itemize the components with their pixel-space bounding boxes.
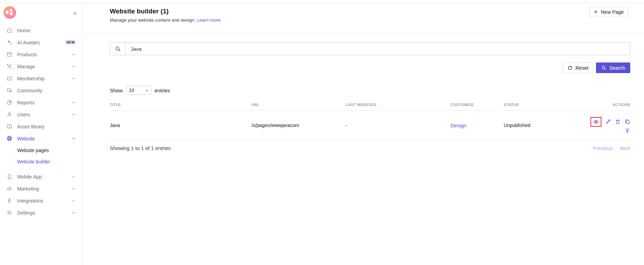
main-content: Website builder (1) Manage your website … — [83, 3, 644, 151]
globe-icon — [6, 135, 13, 142]
sidebar-item-label: Website — [17, 136, 35, 141]
cell-last-modified: - — [346, 123, 450, 128]
cell-url: /s/pages/wwwjavacom — [251, 123, 346, 128]
sidebar-item-users[interactable]: Users — [0, 108, 82, 120]
page-size-select[interactable]: 10 — [126, 86, 152, 95]
page-title: Website builder (1) — [110, 8, 629, 15]
page-header: Website builder (1) Manage your website … — [83, 3, 644, 33]
nav-spacer — [0, 167, 82, 171]
sidebar-item-website[interactable]: Website — [0, 132, 82, 145]
publish-button[interactable] — [624, 128, 630, 134]
chevron-down-icon — [72, 187, 75, 191]
pie-chart-icon — [6, 99, 13, 106]
page-subtitle: Manage your website content and design. … — [110, 18, 629, 23]
bolt-icon — [6, 197, 13, 204]
chevron-down-icon — [72, 53, 75, 56]
sidebar-item-reports[interactable]: Reports — [0, 96, 82, 108]
search-icon — [110, 43, 126, 55]
subtitle-text: Manage your website content and design. — [110, 18, 196, 23]
content-body: Reset Search Show 10 entries — [83, 42, 644, 151]
cell-status: Unpublished — [504, 123, 572, 128]
search-bar — [110, 42, 630, 55]
sidebar-nav: Home AI Avatars NEW Products Manage — [0, 24, 82, 219]
entries-summary: Showing 1 to 1 of 1 entries — [110, 145, 171, 151]
delete-button[interactable] — [615, 119, 621, 125]
ticket-icon — [6, 75, 13, 82]
sidebar-item-asset-library[interactable]: Asset library — [0, 120, 82, 132]
book-icon — [6, 123, 13, 130]
chevron-down-icon — [72, 211, 75, 215]
sidebar-item-ai-avatars[interactable]: AI Avatars NEW — [0, 36, 82, 48]
trash-icon — [615, 119, 621, 125]
table-row: Java /s/pages/wwwjavacom - Design Unpubl… — [110, 111, 630, 140]
website-submenu: Website pages Website builder — [0, 145, 82, 167]
sidebar-item-label: Integrations — [17, 198, 43, 204]
sidebar-collapse-icon[interactable]: « — [73, 9, 77, 16]
publish-icon — [624, 128, 630, 134]
new-page-label: New Page — [601, 9, 624, 15]
logo-circle-shape — [5, 11, 9, 14]
new-page-button[interactable]: + New Page — [589, 7, 629, 17]
next-page-link[interactable]: Next — [620, 145, 630, 151]
cell-actions — [572, 117, 630, 134]
chevron-down-icon — [72, 175, 75, 178]
edit-button[interactable] — [605, 119, 611, 125]
refresh-icon — [567, 65, 573, 71]
home-icon — [6, 27, 13, 34]
page-size-row: Show 10 entries — [110, 86, 630, 95]
sidebar-item-website-pages[interactable]: Website pages — [0, 145, 82, 156]
sidebar-item-community[interactable]: Community — [0, 84, 82, 96]
chevron-down-icon — [72, 113, 75, 116]
search-button[interactable]: Search — [596, 62, 630, 73]
table-footer: Showing 1 to 1 of 1 entries Previous Nex… — [110, 140, 630, 151]
sidebar-item-label: Marketing — [17, 186, 39, 192]
gear-icon — [6, 209, 13, 216]
new-badge: NEW — [64, 39, 77, 45]
sidebar: « Home AI Avatars NEW Products — [0, 3, 82, 265]
sidebar-item-marketing[interactable]: Marketing — [0, 183, 82, 195]
preview-button[interactable] — [593, 119, 599, 125]
column-header-url: URL — [251, 103, 346, 107]
highlight-box — [590, 117, 601, 127]
chevron-down-icon — [72, 65, 75, 68]
sidebar-item-membership[interactable]: Membership — [0, 72, 82, 84]
design-link[interactable]: Design — [450, 123, 467, 128]
chevron-up-icon — [72, 137, 75, 140]
filter-actions: Reset Search — [110, 62, 630, 73]
column-header-status: STATUS — [504, 103, 572, 107]
reset-button[interactable]: Reset — [562, 62, 593, 73]
cell-title: Java — [110, 123, 251, 128]
sidebar-item-home[interactable]: Home — [0, 24, 82, 36]
sidebar-item-manage[interactable]: Manage — [0, 60, 82, 72]
search-input[interactable] — [126, 43, 630, 55]
box-icon — [6, 51, 13, 58]
copy-icon — [624, 119, 630, 125]
status-badge: Unpublished — [504, 123, 530, 128]
row-actions — [590, 117, 630, 134]
logo-diamond-shape — [9, 12, 13, 15]
sidebar-item-label: Community — [17, 88, 42, 93]
sidebar-item-label: Asset library — [17, 124, 45, 129]
sidebar-item-label: Settings — [17, 210, 35, 216]
row-actions-line1 — [590, 117, 630, 127]
user-icon — [6, 111, 13, 118]
sidebar-item-integrations[interactable]: Integrations — [0, 195, 82, 207]
app-logo[interactable] — [3, 6, 16, 19]
cell-customize: Design — [450, 123, 504, 128]
eye-icon — [593, 119, 599, 125]
sidebar-item-settings[interactable]: Settings — [0, 207, 82, 219]
previous-page-link[interactable]: Previous — [593, 145, 613, 151]
megaphone-icon — [6, 185, 13, 192]
column-header-last-modified: LAST MODIFIED — [346, 103, 450, 107]
chevron-down-icon — [72, 199, 75, 203]
search-label: Search — [609, 65, 625, 71]
sparkles-icon — [6, 39, 13, 46]
duplicate-button[interactable] — [624, 119, 630, 125]
show-label: Show — [110, 88, 123, 93]
sidebar-item-products[interactable]: Products — [0, 48, 82, 60]
sidebar-item-label: Products — [17, 52, 37, 57]
learn-more-link[interactable]: Learn more — [197, 18, 221, 23]
sidebar-item-website-builder[interactable]: Website builder — [0, 156, 82, 167]
sidebar-item-label: Website builder — [17, 159, 50, 164]
sidebar-item-mobile-app[interactable]: Mobile App — [0, 171, 82, 183]
